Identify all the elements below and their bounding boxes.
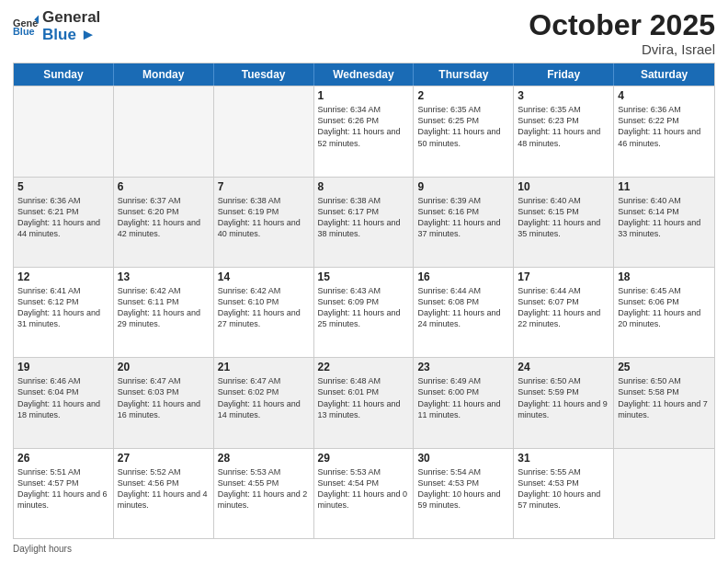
day-number: 22 xyxy=(318,361,410,373)
day-info: Sunrise: 6:47 AM Sunset: 6:03 PM Dayligh… xyxy=(118,375,210,420)
day-info: Sunrise: 6:43 AM Sunset: 6:09 PM Dayligh… xyxy=(318,285,410,330)
dow-saturday: Saturday xyxy=(614,63,714,86)
table-row: 4Sunrise: 6:36 AM Sunset: 6:22 PM Daylig… xyxy=(614,86,714,176)
dow-sunday: Sunday xyxy=(14,63,114,86)
day-info: Sunrise: 6:38 AM Sunset: 6:17 PM Dayligh… xyxy=(318,195,410,240)
day-number: 14 xyxy=(218,270,310,283)
table-row xyxy=(114,86,214,176)
logo: General Blue General Blue ► xyxy=(13,9,100,43)
table-row: 15Sunrise: 6:43 AM Sunset: 6:09 PM Dayli… xyxy=(314,268,415,357)
day-number: 13 xyxy=(118,270,210,283)
dow-tuesday: Tuesday xyxy=(214,63,314,86)
day-info: Sunrise: 6:36 AM Sunset: 6:21 PM Dayligh… xyxy=(17,195,109,240)
day-number: 27 xyxy=(118,452,210,465)
logo-blue: Blue ► xyxy=(42,27,100,44)
table-row: 14Sunrise: 6:42 AM Sunset: 6:10 PM Dayli… xyxy=(214,268,314,357)
logo-icon: General Blue xyxy=(13,14,39,40)
footer: Daylight hours xyxy=(13,544,715,554)
day-number: 3 xyxy=(518,89,609,102)
day-number: 30 xyxy=(417,452,509,465)
calendar-week-5: 26Sunrise: 5:51 AM Sunset: 4:57 PM Dayli… xyxy=(14,448,714,538)
day-number: 24 xyxy=(518,361,609,373)
day-info: Sunrise: 6:34 AM Sunset: 6:26 PM Dayligh… xyxy=(318,104,410,149)
day-number: 6 xyxy=(118,180,210,193)
day-info: Sunrise: 5:51 AM Sunset: 4:57 PM Dayligh… xyxy=(17,466,109,511)
title-block: October 2025 Dvira, Israel xyxy=(529,9,715,57)
dow-friday: Friday xyxy=(514,63,614,86)
table-row: 5Sunrise: 6:36 AM Sunset: 6:21 PM Daylig… xyxy=(14,178,114,267)
calendar-week-3: 12Sunrise: 6:41 AM Sunset: 6:12 PM Dayli… xyxy=(14,267,714,357)
day-number: 17 xyxy=(518,270,609,283)
table-row: 6Sunrise: 6:37 AM Sunset: 6:20 PM Daylig… xyxy=(114,178,214,267)
day-info: Sunrise: 6:35 AM Sunset: 6:25 PM Dayligh… xyxy=(417,104,509,149)
table-row: 10Sunrise: 6:40 AM Sunset: 6:15 PM Dayli… xyxy=(514,178,614,267)
table-row: 8Sunrise: 6:38 AM Sunset: 6:17 PM Daylig… xyxy=(314,178,415,267)
dow-thursday: Thursday xyxy=(414,63,514,86)
day-number: 16 xyxy=(417,270,509,283)
table-row: 3Sunrise: 6:35 AM Sunset: 6:23 PM Daylig… xyxy=(514,86,614,176)
day-number: 11 xyxy=(618,180,711,193)
day-number: 21 xyxy=(218,361,310,373)
calendar-week-4: 19Sunrise: 6:46 AM Sunset: 6:04 PM Dayli… xyxy=(14,357,714,447)
day-info: Sunrise: 6:44 AM Sunset: 6:07 PM Dayligh… xyxy=(518,285,609,330)
day-number: 2 xyxy=(417,89,509,102)
svg-text:Blue: Blue xyxy=(13,26,35,37)
day-info: Sunrise: 6:45 AM Sunset: 6:06 PM Dayligh… xyxy=(618,285,711,330)
table-row xyxy=(614,449,714,538)
table-row: 2Sunrise: 6:35 AM Sunset: 6:25 PM Daylig… xyxy=(414,86,514,176)
day-number: 18 xyxy=(618,270,711,283)
table-row: 24Sunrise: 6:50 AM Sunset: 5:59 PM Dayli… xyxy=(514,358,614,447)
table-row: 28Sunrise: 5:53 AM Sunset: 4:55 PM Dayli… xyxy=(214,449,314,538)
table-row: 31Sunrise: 5:55 AM Sunset: 4:53 PM Dayli… xyxy=(514,449,614,538)
dow-monday: Monday xyxy=(114,63,214,86)
day-info: Sunrise: 5:53 AM Sunset: 4:55 PM Dayligh… xyxy=(218,466,310,511)
table-row: 19Sunrise: 6:46 AM Sunset: 6:04 PM Dayli… xyxy=(14,358,114,447)
day-info: Sunrise: 6:40 AM Sunset: 6:15 PM Dayligh… xyxy=(518,195,609,240)
table-row xyxy=(214,86,314,176)
dow-wednesday: Wednesday xyxy=(314,63,415,86)
calendar: Sunday Monday Tuesday Wednesday Thursday… xyxy=(13,63,715,539)
table-row: 11Sunrise: 6:40 AM Sunset: 6:14 PM Dayli… xyxy=(614,178,714,267)
day-number: 8 xyxy=(318,180,410,193)
day-info: Sunrise: 6:48 AM Sunset: 6:01 PM Dayligh… xyxy=(318,375,410,420)
table-row: 20Sunrise: 6:47 AM Sunset: 6:03 PM Dayli… xyxy=(114,358,214,447)
calendar-week-1: 1Sunrise: 6:34 AM Sunset: 6:26 PM Daylig… xyxy=(14,86,714,176)
day-number: 23 xyxy=(417,361,509,373)
table-row: 9Sunrise: 6:39 AM Sunset: 6:16 PM Daylig… xyxy=(414,178,514,267)
day-info: Sunrise: 5:53 AM Sunset: 4:54 PM Dayligh… xyxy=(318,466,410,511)
day-info: Sunrise: 6:50 AM Sunset: 5:59 PM Dayligh… xyxy=(518,375,609,420)
month-title: October 2025 xyxy=(529,9,715,41)
day-number: 28 xyxy=(218,452,310,465)
table-row: 30Sunrise: 5:54 AM Sunset: 4:53 PM Dayli… xyxy=(414,449,514,538)
day-number: 4 xyxy=(618,89,711,102)
day-number: 20 xyxy=(118,361,210,373)
day-info: Sunrise: 6:46 AM Sunset: 6:04 PM Dayligh… xyxy=(17,375,109,420)
day-number: 19 xyxy=(17,361,109,373)
table-row: 29Sunrise: 5:53 AM Sunset: 4:54 PM Dayli… xyxy=(314,449,415,538)
day-number: 5 xyxy=(17,180,109,193)
table-row: 1Sunrise: 6:34 AM Sunset: 6:26 PM Daylig… xyxy=(314,86,415,176)
table-row: 18Sunrise: 6:45 AM Sunset: 6:06 PM Dayli… xyxy=(614,268,714,357)
table-row: 7Sunrise: 6:38 AM Sunset: 6:19 PM Daylig… xyxy=(214,178,314,267)
day-number: 10 xyxy=(518,180,609,193)
daylight-label: Daylight hours xyxy=(13,544,72,554)
day-number: 25 xyxy=(618,361,711,373)
table-row: 22Sunrise: 6:48 AM Sunset: 6:01 PM Dayli… xyxy=(314,358,415,447)
table-row: 25Sunrise: 6:50 AM Sunset: 5:58 PM Dayli… xyxy=(614,358,714,447)
day-number: 31 xyxy=(518,452,609,465)
table-row: 12Sunrise: 6:41 AM Sunset: 6:12 PM Dayli… xyxy=(14,268,114,357)
day-info: Sunrise: 5:54 AM Sunset: 4:53 PM Dayligh… xyxy=(417,466,509,511)
day-info: Sunrise: 6:40 AM Sunset: 6:14 PM Dayligh… xyxy=(618,195,711,240)
logo-general: General xyxy=(42,9,100,27)
calendar-week-2: 5Sunrise: 6:36 AM Sunset: 6:21 PM Daylig… xyxy=(14,177,714,267)
table-row: 16Sunrise: 6:44 AM Sunset: 6:08 PM Dayli… xyxy=(414,268,514,357)
day-info: Sunrise: 6:49 AM Sunset: 6:00 PM Dayligh… xyxy=(417,375,509,420)
calendar-header: Sunday Monday Tuesday Wednesday Thursday… xyxy=(14,63,714,86)
table-row: 21Sunrise: 6:47 AM Sunset: 6:02 PM Dayli… xyxy=(214,358,314,447)
day-number: 29 xyxy=(318,452,410,465)
header: General Blue General Blue ► October 2025… xyxy=(13,9,715,57)
day-info: Sunrise: 5:52 AM Sunset: 4:56 PM Dayligh… xyxy=(118,466,210,511)
calendar-body: 1Sunrise: 6:34 AM Sunset: 6:26 PM Daylig… xyxy=(14,86,714,538)
day-info: Sunrise: 6:37 AM Sunset: 6:20 PM Dayligh… xyxy=(118,195,210,240)
day-info: Sunrise: 6:38 AM Sunset: 6:19 PM Dayligh… xyxy=(218,195,310,240)
